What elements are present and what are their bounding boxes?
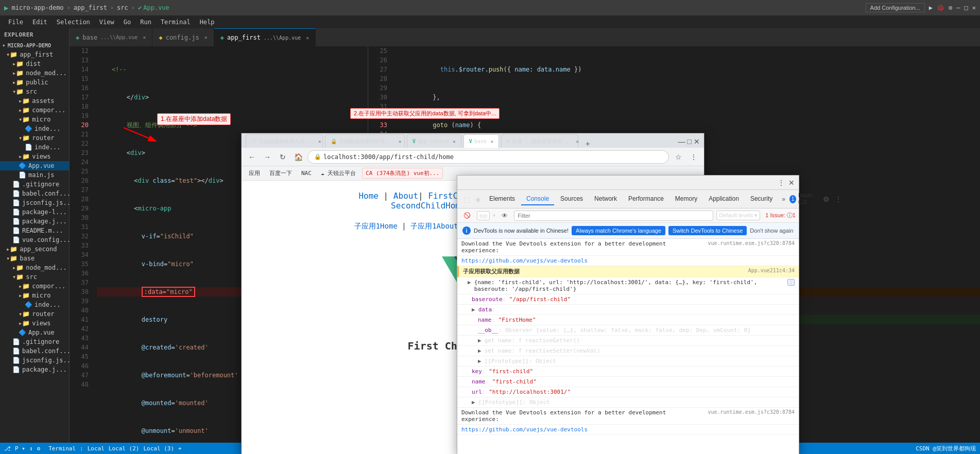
tab-close-icon[interactable]: ✕	[453, 139, 455, 144]
sidebar-item-src[interactable]: ▾📁 src	[0, 87, 69, 96]
about-link[interactable]: About	[393, 191, 418, 201]
dt-tab-performance[interactable]: Performance	[623, 193, 669, 205]
sidebar-item-components[interactable]: ▸📁 compor...	[0, 106, 69, 115]
home-link[interactable]: Home	[358, 191, 379, 201]
browser-tab-base[interactable]: V base ✕	[463, 134, 500, 148]
new-tab-button[interactable]: +	[582, 139, 593, 148]
local-2[interactable]: Local (2)	[109, 445, 140, 452]
dt-tab-elements[interactable]: Elements	[484, 193, 520, 205]
sidebar-item-base[interactable]: ▾📁 base	[0, 254, 69, 263]
browser-restore[interactable]: □	[687, 137, 692, 146]
back-button[interactable]: ←	[246, 151, 258, 163]
browser-minimize[interactable]: —	[678, 137, 685, 146]
sidebar-item-micro[interactable]: ▾📁 micro	[0, 115, 69, 124]
browser-tab-app-second[interactable]: V app_second ✕	[407, 134, 461, 148]
bookmark-baidu[interactable]: 百度一下	[266, 168, 295, 178]
add-config-button[interactable]: Add Configuration...	[866, 3, 925, 12]
add-terminal-icon[interactable]: +	[178, 445, 182, 452]
sidebar-item-main-js[interactable]: 📄 main.js	[0, 170, 69, 180]
sidebar-item-public[interactable]: ▸📁 public	[0, 78, 69, 87]
tab-config-js[interactable]: ◈ config.js ✕	[152, 28, 214, 46]
sidebar-item-base-components[interactable]: ▸📁 compor...	[0, 282, 69, 291]
sidebar-item-base-package[interactable]: 📄 package.j...	[0, 365, 69, 374]
sidebar-item-app-first[interactable]: ▾📁 app_first	[0, 50, 69, 59]
expand-icon[interactable]: ▶	[478, 358, 482, 364]
menu-view[interactable]: View	[95, 18, 118, 27]
console-filter-input[interactable]	[514, 211, 713, 221]
expand-icon[interactable]: ▶	[472, 306, 475, 313]
expand-icon[interactable]: ▶	[478, 347, 482, 354]
clear-console-button[interactable]: 🚫	[460, 211, 474, 220]
close-icon[interactable]: ✕	[972, 4, 976, 11]
tab-base-app-vue[interactable]: ◈ base ...\\App.vue ✕	[70, 28, 152, 46]
sidebar-item-base-views[interactable]: ▸📁 views	[0, 319, 69, 328]
dt-tab-security[interactable]: Security	[745, 193, 778, 205]
menu-terminal[interactable]: Terminal	[157, 18, 195, 27]
expand-icon[interactable]: ▶	[472, 399, 475, 406]
sidebar-item-views[interactable]: ▸📁 views	[0, 152, 69, 161]
sidebar-item-babel[interactable]: 📄 babel.conf...	[0, 189, 69, 198]
menu-run[interactable]: Run	[136, 18, 156, 27]
sidebar-item-base-node-modules[interactable]: ▸📁 node_mod...	[0, 263, 69, 272]
switch-devtools-button[interactable]: Switch DevTools to Chinese	[668, 226, 747, 235]
dt-console-icon[interactable]: ◈	[473, 193, 483, 205]
menu-selection[interactable]: Selection	[53, 18, 94, 27]
sidebar-item-base-babel[interactable]: 📄 babel.conf...	[0, 346, 69, 356]
tab-app-first-app-vue[interactable]: ◈ app_first ...\\App.vue ✕	[214, 28, 316, 46]
sidebar-item-gitignore[interactable]: 📄 .gitignore	[0, 180, 69, 189]
terminal-label[interactable]: Terminal	[48, 445, 76, 452]
sidebar-item-base-gitignore[interactable]: 📄 .gitignore	[0, 337, 69, 346]
sidebar-item-app-second[interactable]: ▸📁 app_second	[0, 245, 69, 254]
bookmark-apps[interactable]: 应用	[246, 168, 263, 178]
toggle-eye-icon[interactable]: 👁	[498, 209, 511, 222]
browser-tab-data-protection[interactable]: 🔒 天锐数据泄露防护系... ✕	[325, 134, 405, 148]
log-link[interactable]: https://github.com/vuejs/vue-devtools	[461, 257, 588, 264]
reload-button[interactable]: ↻	[277, 151, 289, 163]
local-3[interactable]: Local (3)	[143, 445, 174, 452]
menu-file[interactable]: File	[4, 18, 27, 27]
expand-icon[interactable]: ▶	[468, 279, 471, 286]
sidebar-item-dist[interactable]: ▸📁 dist	[0, 59, 69, 68]
browser-close[interactable]: ✕	[694, 137, 700, 146]
sidebar-item-readme[interactable]: 📄 README.m...	[0, 226, 69, 235]
dont-show-again-link[interactable]: Don't show again	[750, 228, 793, 234]
settings-icon[interactable]: ⚙	[949, 4, 952, 11]
sidebar-item-package-json[interactable]: 📄 package.j...	[0, 217, 69, 226]
sidebar-item-router[interactable]: ▾📁 router	[0, 133, 69, 143]
dt-tab-network[interactable]: Network	[589, 193, 622, 205]
minimize-icon[interactable]: —	[956, 4, 960, 11]
dt-more-btn[interactable]: ⋮	[834, 193, 844, 205]
tab-close-icon[interactable]: ✕	[318, 139, 321, 144]
dt-tab-sources[interactable]: Sources	[555, 193, 588, 205]
sidebar-item-package-lock[interactable]: 📄 package-l...	[0, 207, 69, 217]
sidebar-item-assets[interactable]: ▸📁 assets	[0, 96, 69, 106]
sidebar-item-micro-index[interactable]: 🔷 inde...	[0, 124, 69, 133]
sidebar-item-base-jsconfig[interactable]: 📄 jsconfig.js...	[0, 356, 69, 365]
browser-tab-settings[interactable]: ⚙ 设置 - 隐私设置和安... ✕	[501, 134, 578, 148]
sub-about-link[interactable]: 子应用1About	[410, 222, 458, 230]
log-source-app[interactable]: App.vue211c4:34	[748, 268, 795, 273]
bookmark-cloud[interactable]: ☁ 天锐云平台	[318, 168, 359, 178]
dt-tab-application[interactable]: Application	[703, 193, 744, 205]
sidebar-item-base-src[interactable]: ▾📁 src	[0, 272, 69, 282]
tab-close-icon[interactable]: ✕	[576, 139, 578, 144]
menu-help[interactable]: Help	[196, 18, 219, 27]
devtools-close-button[interactable]: ✕	[787, 179, 796, 187]
settings-status-icon[interactable]: ⚙	[37, 445, 41, 452]
dt-inspect-icon[interactable]: ⬚	[461, 193, 472, 205]
sidebar-item-jsconfig[interactable]: 📄 jsconfig.js...	[0, 198, 69, 207]
log-source[interactable]: vue.runtime.esm.js?c320:8784	[708, 240, 795, 246]
sync-icon[interactable]: ↕	[29, 445, 33, 452]
address-bar[interactable]: 🔒 localhost:3000/app/first-child/home	[307, 150, 669, 164]
dt-tab-console[interactable]: Console	[521, 193, 554, 205]
bookmark-button[interactable]: ☆	[672, 151, 684, 163]
match-language-button[interactable]: Always match Chrome's language	[572, 226, 665, 235]
sidebar-item-project[interactable]: ▾ MICRO-APP-DEMO	[0, 41, 69, 50]
sidebar-item-vue-config[interactable]: 📄 vue.config...	[0, 235, 69, 245]
expand-icon[interactable]: ▶	[478, 337, 482, 344]
debug-icon[interactable]: 🐞	[937, 4, 944, 11]
dt-more-tabs[interactable]: »	[779, 194, 788, 205]
devtools-dock-button[interactable]: ⋮	[777, 179, 785, 187]
default-levels-selector[interactable]: Default levels ▾	[716, 211, 760, 220]
sidebar-item-node-modules[interactable]: ▸📁 node_mod...	[0, 68, 69, 78]
